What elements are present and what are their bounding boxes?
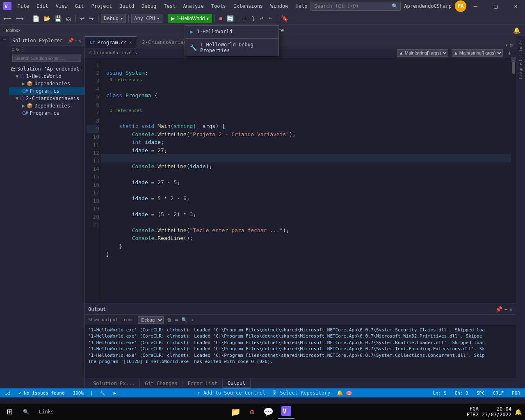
code-content[interactable]: using System; 0 references class Program… — [101, 57, 511, 304]
output-source-select[interactable]: Debug — [138, 316, 164, 324]
menu-debug[interactable]: Debug — [138, 2, 160, 10]
notifications-count[interactable]: 🔔 1 — [335, 390, 353, 396]
se-filter-icon[interactable]: ⋮ — [21, 46, 25, 52]
stop-button[interactable]: ■ — [217, 14, 224, 23]
tree-project-2[interactable]: ▼ ⬡ 2-CriandoVariaveis — [9, 95, 84, 102]
save-all-button[interactable]: 🗂 — [64, 14, 73, 23]
cursor-line[interactable]: Ln: 9 — [431, 390, 448, 396]
expand-icon-1: ▼ — [16, 73, 18, 79]
bookmark-button[interactable]: 🔖 — [280, 14, 290, 23]
output-scroll-icon[interactable]: ⬇ — [191, 317, 194, 323]
source-control-item[interactable]: ↑ Add to Source Control — [196, 390, 267, 396]
se-search-input[interactable] — [12, 55, 81, 62]
tree-project-1[interactable]: ▼ ⬡ 1-HelloWorld — [9, 73, 84, 80]
tab-program-cs[interactable]: C# Program.cs ✕ — [85, 37, 137, 48]
editor-settings-icon[interactable]: ⚙ — [510, 42, 513, 48]
menu-tools[interactable]: Tools — [208, 2, 229, 10]
save-button[interactable]: 💾 — [53, 14, 63, 23]
toolbox-toggle[interactable]: Toolbox — [3, 27, 22, 34]
btab-output[interactable]: Output — [223, 379, 251, 388]
output-clear-icon[interactable]: 🗑 — [167, 317, 172, 323]
se-collapse-button[interactable]: − — [75, 38, 78, 43]
menu-extensions[interactable]: Extensions — [230, 2, 266, 10]
menu-edit[interactable]: Edit — [33, 2, 52, 10]
dd-item-hellworld[interactable]: ▶ 1-HelloWorld — [185, 26, 278, 37]
issues-item[interactable]: ✓ No issues found — [17, 390, 66, 396]
output-close-icon[interactable]: ✕ — [509, 306, 513, 313]
tree-program-1[interactable]: C# Program.cs — [9, 87, 84, 95]
vertical-scrollbar[interactable] — [511, 57, 516, 304]
back-button[interactable]: ⟵ — [2, 14, 13, 23]
method-selector[interactable]: ▲ Main(string[] args) — [452, 49, 503, 57]
new-file-button[interactable]: 📄 — [31, 14, 41, 23]
tree-deps-1[interactable]: ▶ 📦 Dependencies — [9, 80, 84, 87]
step-over-button[interactable]: ⤵ — [250, 14, 256, 23]
output-collapse-icon[interactable]: − — [504, 306, 507, 313]
tab-close-1[interactable]: ✕ — [129, 40, 132, 45]
browser-button[interactable]: ⊕ — [245, 405, 258, 418]
btab-solution[interactable]: Solution Ex... — [88, 379, 140, 388]
menu-test[interactable]: Test — [160, 2, 179, 10]
run-button[interactable]: ▶ 1-HelloWorld ▾ — [168, 14, 212, 23]
se-close-button[interactable]: ✕ — [78, 38, 81, 43]
menu-analyze[interactable]: Analyze — [180, 2, 207, 10]
platform-dropdown[interactable]: Any CPU ▾ — [131, 14, 162, 23]
menu-build[interactable]: Build — [116, 2, 137, 10]
close-button[interactable]: ✕ — [507, 0, 525, 12]
output-find-icon[interactable]: 🔍 — [181, 317, 187, 323]
minimize-button[interactable]: ─ — [466, 0, 485, 12]
restore-button[interactable]: □ — [486, 0, 505, 12]
toolbox-icon[interactable]: T — [2, 38, 8, 42]
dd-item-debug-props[interactable]: 🔧 1-HelloWorld Debug Properties — [185, 39, 278, 56]
zoom-item[interactable]: 100% — [71, 390, 86, 396]
se-sync-icon[interactable]: ↻ — [16, 46, 19, 52]
restart-button[interactable]: 🔄 — [225, 14, 235, 23]
btab-git[interactable]: Git Changes — [140, 379, 183, 388]
discord-button[interactable]: 💬 — [262, 405, 275, 418]
output-header: Output 📌 − ✕ — [85, 304, 516, 315]
encoding[interactable]: SPC — [475, 390, 486, 396]
tree-deps-2[interactable]: ▶ 📦 Dependencies — [9, 102, 84, 110]
tree-solution[interactable]: 🗁 Solution 'AprendendoC' — [9, 65, 84, 73]
open-file-button[interactable]: 📂 — [42, 14, 52, 23]
output-line-1: '1-HelloWorld.exe' (CoreCLR: clrhost): L… — [88, 327, 513, 333]
menu-git[interactable]: Git — [72, 2, 87, 10]
redo-button[interactable]: ↪ — [87, 14, 96, 23]
output-pin-icon[interactable]: 📌 — [495, 306, 502, 313]
se-home-icon[interactable]: ⌂ — [11, 46, 14, 52]
line-ending[interactable]: CRLF — [491, 390, 506, 396]
search-button[interactable]: 🔍 — [19, 405, 32, 418]
step-out-button[interactable]: ⤷ — [266, 14, 274, 23]
notifications-button[interactable]: 🔔 — [511, 26, 522, 34]
language-indicator[interactable]: POR PTB2 — [467, 406, 479, 418]
select-repo-item[interactable]: 🗄 Select Repository — [270, 390, 332, 396]
forward-button[interactable]: ⟶ — [14, 14, 25, 23]
start-button[interactable]: ⊞ — [3, 406, 16, 418]
git-branch-item[interactable]: ⎇ — [3, 390, 12, 396]
menu-file[interactable]: File — [14, 2, 32, 10]
se-pin-button[interactable]: 📌 — [68, 38, 74, 43]
tree-program-2[interactable]: C# Program.cs — [9, 110, 84, 117]
undo-button[interactable]: ↩ — [78, 14, 87, 23]
notification-icon[interactable]: 🔔 — [515, 409, 522, 415]
run-dropdown-icon[interactable]: ▾ — [206, 16, 209, 21]
user-avatar[interactable]: FA — [455, 0, 466, 12]
breakpoint-button[interactable]: ⬚ — [241, 14, 249, 23]
debug-mode-dropdown[interactable]: Debug ▾ — [101, 14, 126, 23]
menu-window[interactable]: Window — [267, 2, 291, 10]
vs-taskbar-button[interactable]: V — [278, 405, 294, 419]
editor-add-button[interactable]: + — [506, 49, 513, 57]
menu-help[interactable]: Help — [292, 2, 310, 10]
cursor-col[interactable]: Ch: 9 — [453, 390, 470, 396]
class-selector[interactable]: ▲ Main(string[] args) — [397, 49, 448, 57]
output-wrap-icon[interactable]: ⇌ — [175, 317, 178, 323]
language[interactable]: POR — [510, 390, 522, 396]
global-search[interactable]: Search (Ctrl+Q) 🔍 — [310, 2, 401, 11]
btab-errors[interactable]: Error List — [183, 379, 223, 388]
editor-nav-icon[interactable]: ▾ — [505, 42, 508, 48]
step-in-button[interactable]: ⤶ — [257, 14, 265, 23]
menu-view[interactable]: View — [52, 2, 71, 10]
search-label[interactable]: Links — [36, 408, 57, 415]
file-explorer-button[interactable]: 📁 — [229, 405, 242, 418]
menu-project[interactable]: Project — [88, 2, 115, 10]
